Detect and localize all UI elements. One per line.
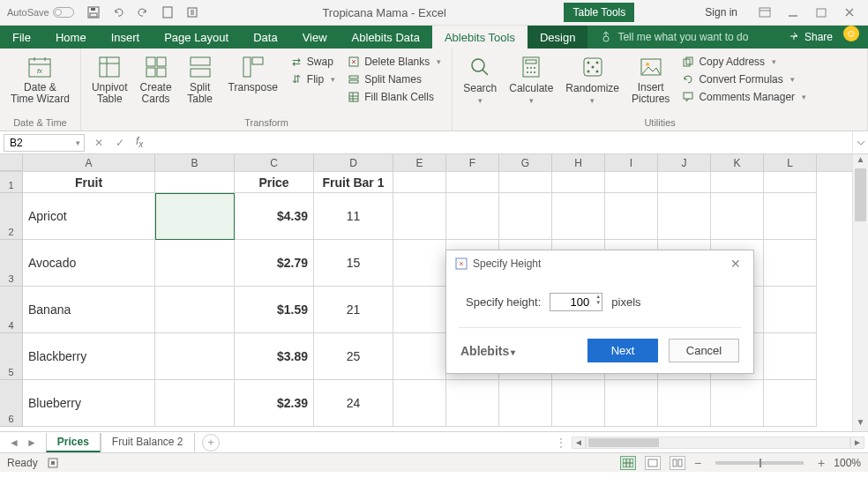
cancel-formula-icon[interactable]: ✕	[88, 137, 109, 149]
save-icon[interactable]	[86, 5, 101, 19]
scroll-up-icon[interactable]: ▲	[853, 154, 868, 168]
split-table-button[interactable]: Split Table	[181, 50, 220, 108]
cell-6-I[interactable]	[605, 380, 658, 427]
cell-4-A[interactable]: Banana	[23, 287, 155, 333]
row-header-3[interactable]: 3	[0, 240, 23, 287]
add-sheet-button[interactable]: ＋	[202, 434, 220, 451]
row-header-6[interactable]: 6	[0, 380, 23, 427]
split-names-button[interactable]: Split Names	[344, 71, 445, 87]
cell-2-J[interactable]	[658, 193, 711, 240]
col-header-L[interactable]: L	[764, 154, 817, 171]
header-cell-J[interactable]	[658, 172, 711, 193]
flip-button[interactable]: ⇵Flip▾	[287, 71, 339, 87]
calculate-button[interactable]: Calculate▾	[505, 50, 557, 108]
header-cell-C[interactable]: Price	[235, 172, 314, 193]
header-cell-H[interactable]	[552, 172, 605, 193]
cell-6-F[interactable]	[446, 380, 499, 427]
search-button[interactable]: Search▾	[460, 50, 500, 108]
view-page-layout-icon[interactable]	[645, 456, 661, 470]
cell-6-L[interactable]	[764, 380, 817, 427]
formula-input[interactable]	[148, 134, 852, 152]
cancel-button[interactable]: Cancel	[669, 339, 739, 362]
row-header-1[interactable]: 1	[0, 172, 23, 193]
cell-6-E[interactable]	[393, 380, 446, 427]
swap-button[interactable]: ⇄Swap	[287, 54, 339, 70]
cell-6-B[interactable]	[155, 380, 235, 427]
next-button[interactable]: Next	[587, 339, 658, 362]
cell-6-K[interactable]	[711, 380, 764, 427]
spin-down-icon[interactable]: ▼	[595, 300, 601, 306]
tell-me-search[interactable]: Tell me what you want to do	[587, 26, 777, 49]
date-time-wizard-button[interactable]: fx Date & Time Wizard	[7, 50, 73, 108]
cell-2-G[interactable]	[499, 193, 552, 240]
fill-blank-cells-button[interactable]: Fill Blank Cells	[344, 89, 445, 105]
tab-file[interactable]: File	[0, 26, 43, 49]
header-cell-E[interactable]	[393, 172, 446, 193]
cell-2-A[interactable]: Apricot	[23, 193, 155, 240]
scroll-right-icon[interactable]: ►	[850, 437, 864, 449]
macro-record-icon[interactable]	[47, 457, 59, 469]
cell-4-C[interactable]: $1.59	[235, 287, 314, 333]
header-cell-L[interactable]	[764, 172, 817, 193]
col-header-G[interactable]: G	[499, 154, 552, 171]
cell-2-D[interactable]: 11	[314, 193, 393, 240]
comments-manager-button[interactable]: Comments Manager▾	[678, 89, 810, 105]
sheet-nav-next-icon[interactable]: ►	[26, 437, 37, 449]
tab-ablebits-tools[interactable]: Ablebits Tools	[432, 26, 528, 49]
horizontal-scrollbar[interactable]	[586, 437, 850, 449]
cell-4-E[interactable]	[393, 287, 446, 333]
cell-5-D[interactable]: 25	[314, 333, 393, 380]
col-header-B[interactable]: B	[155, 154, 235, 171]
cell-2-F[interactable]	[446, 193, 499, 240]
cell-5-E[interactable]	[393, 333, 446, 380]
close-icon[interactable]	[843, 6, 856, 19]
cell-3-L[interactable]	[764, 240, 817, 287]
tab-design[interactable]: Design	[528, 26, 587, 49]
zoom-out-icon[interactable]: −	[694, 456, 701, 470]
view-normal-icon[interactable]	[620, 456, 636, 470]
col-header-H[interactable]: H	[552, 154, 605, 171]
name-box-input[interactable]	[4, 137, 76, 149]
col-header-F[interactable]: F	[446, 154, 499, 171]
unpivot-table-button[interactable]: Unpivot Table	[88, 50, 131, 108]
scroll-left-icon[interactable]: ◄	[572, 437, 586, 449]
delete-blanks-button[interactable]: Delete Blanks▾	[344, 54, 445, 70]
dialog-close-icon[interactable]: ✕	[727, 257, 745, 271]
redo-icon[interactable]	[136, 5, 150, 19]
quick-icon[interactable]	[185, 5, 199, 19]
autosave-toggle[interactable]: AutoSave	[0, 7, 81, 18]
cell-6-G[interactable]	[499, 380, 552, 427]
feedback-icon[interactable]: ☺	[843, 26, 859, 41]
cell-5-C[interactable]: $3.89	[235, 333, 314, 380]
header-cell-G[interactable]	[499, 172, 552, 193]
transpose-button[interactable]: Transpose	[225, 50, 281, 97]
col-header-D[interactable]: D	[314, 154, 393, 171]
header-cell-I[interactable]	[605, 172, 658, 193]
cell-4-B[interactable]	[155, 287, 235, 333]
fx-icon[interactable]: fx	[131, 135, 148, 149]
header-cell-B[interactable]	[155, 172, 235, 193]
select-all-corner[interactable]	[0, 154, 23, 171]
tab-data[interactable]: Data	[241, 26, 289, 49]
tab-insert[interactable]: Insert	[99, 26, 153, 49]
cell-5-L[interactable]	[764, 333, 817, 380]
col-header-I[interactable]: I	[605, 154, 658, 171]
cell-2-I[interactable]	[605, 193, 658, 240]
signin-link[interactable]: Sign in	[705, 6, 746, 19]
col-header-A[interactable]: A	[23, 154, 155, 171]
view-page-break-icon[interactable]	[670, 456, 685, 470]
tab-pagelayout[interactable]: Page Layout	[152, 26, 241, 49]
zoom-value[interactable]: 100%	[834, 457, 861, 469]
name-box[interactable]: ▾	[4, 134, 85, 152]
cell-3-C[interactable]: $2.79	[235, 240, 314, 287]
cell-6-D[interactable]: 24	[314, 380, 393, 427]
cell-5-A[interactable]: Blackberry	[23, 333, 155, 380]
header-cell-A[interactable]: Fruit	[23, 172, 155, 193]
undo-icon[interactable]	[111, 5, 125, 19]
col-header-K[interactable]: K	[711, 154, 764, 171]
cell-6-J[interactable]	[658, 380, 711, 427]
cell-2-B[interactable]	[155, 193, 235, 240]
col-header-J[interactable]: J	[658, 154, 711, 171]
vertical-scrollbar[interactable]: ▲ ▼	[852, 154, 868, 431]
insert-pictures-button[interactable]: Insert Pictures	[628, 50, 673, 108]
